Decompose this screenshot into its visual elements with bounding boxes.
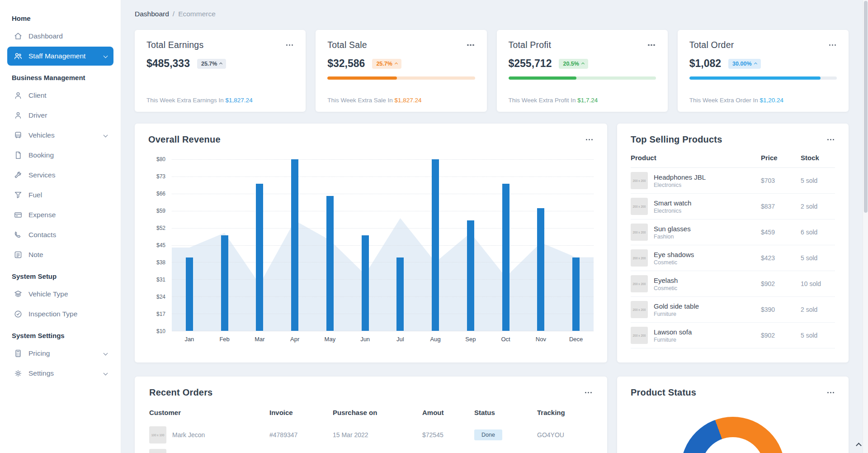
stat-footer-text: This Week Extra Order In — [689, 97, 760, 104]
chevron-down-icon — [104, 371, 108, 375]
product-row-smart-watch[interactable]: 200 x 200Smart watchElectronics$8372 sol… — [631, 194, 835, 219]
card-menu-icon[interactable] — [285, 42, 294, 49]
product-row-lawson-sofa[interactable]: 200 x 200Lawson sofaFurniture$9025 sold — [631, 323, 835, 348]
product-cell: 200 x 200Eye shadowsCosmetic — [631, 249, 761, 267]
order-row-1[interactable]: 100 x 100Mark Jecon#478934715 Mar 2022$7… — [149, 424, 593, 446]
product-status-donut-chart[interactable] — [681, 417, 785, 453]
settings-icon — [14, 369, 23, 378]
revenue-bar-feb[interactable] — [221, 235, 228, 331]
sidebar-item-label: Note — [28, 251, 43, 259]
card-menu-icon[interactable] — [647, 42, 656, 49]
x-axis-label: Aug — [418, 336, 453, 343]
order-amount: $72545 — [422, 431, 474, 439]
card-menu-icon[interactable] — [828, 42, 837, 49]
customer-cell — [149, 449, 269, 453]
product-cell: 200 x 200EyelashCosmetic — [631, 275, 761, 292]
stat-card-total-sale: Total Sale$32,58625.7%This Week Extra Sa… — [316, 30, 486, 112]
product-price: $459 — [761, 229, 801, 236]
sidebar-item-booking[interactable]: Booking — [7, 146, 113, 165]
product-row-eyelash[interactable]: 200 x 200EyelashCosmetic$90210 sold — [631, 271, 835, 297]
product-row-headphones-jbl[interactable]: 200 x 200Headphones JBLElectronics$7035 … — [631, 168, 835, 194]
sidebar-item-note[interactable]: Note — [7, 245, 113, 264]
product-category: Fashion — [654, 234, 691, 240]
scrollbar-thumb[interactable] — [864, 1, 868, 213]
sidebar-section-header: System Settings — [0, 324, 121, 343]
sidebar-item-vehicle-type[interactable]: Vehicle Type — [7, 285, 113, 304]
revenue-bar-jul[interactable] — [396, 257, 404, 331]
x-axis-label: Mar — [242, 336, 278, 343]
revenue-bar-apr[interactable] — [291, 159, 298, 331]
sidebar-item-pricing[interactable]: Pricing — [7, 344, 113, 363]
revenue-bar-may[interactable] — [326, 196, 334, 331]
col-stock: Stock — [801, 154, 835, 162]
x-axis-label: Nov — [524, 336, 559, 343]
scrollbar[interactable] — [863, 0, 868, 453]
services-icon — [14, 171, 23, 180]
product-category: Electronics — [654, 182, 706, 188]
product-cell: 200 x 200Sun glassesFashion — [631, 224, 761, 241]
client-icon — [14, 91, 23, 100]
product-row-sun-glasses[interactable]: 200 x 200Sun glassesFashion$4596 sold — [631, 219, 835, 245]
product-thumbnail: 200 x 200 — [631, 249, 648, 267]
sidebar-item-label: Inspection Type — [28, 310, 77, 318]
order-status: Done — [474, 429, 537, 440]
stat-card-title: Total Earnings — [146, 40, 203, 50]
revenue-bar-sep[interactable] — [467, 220, 474, 331]
stat-trend-badge: 20.5% — [559, 59, 588, 69]
sidebar-section-header: System Setup — [0, 265, 121, 284]
card-menu-icon[interactable] — [466, 42, 475, 49]
stat-value: $1,082 — [689, 57, 721, 70]
breadcrumb-dashboard[interactable]: Dashboard — [135, 10, 169, 18]
scroll-to-top-button[interactable] — [857, 441, 861, 449]
product-stock: 5 sold — [801, 177, 835, 184]
product-row-gold-side-table[interactable]: 200 x 200Gold side tableFurniture$3902 s… — [631, 297, 835, 323]
product-row-eye-shadows[interactable]: 200 x 200Eye shadowsCosmetic$4235 sold — [631, 245, 835, 271]
order-row-2[interactable] — [149, 446, 593, 453]
sidebar-item-inspection-type[interactable]: Inspection Type — [7, 305, 113, 324]
sidebar-item-settings[interactable]: Settings — [7, 364, 113, 383]
stat-footer-amount: $1,827.24 — [395, 97, 422, 104]
revenue-bar-jun[interactable] — [362, 235, 369, 331]
sidebar-item-services[interactable]: Services — [7, 166, 113, 185]
sidebar-item-driver[interactable]: Driver — [7, 106, 113, 125]
revenue-bar-dece[interactable] — [572, 257, 580, 331]
y-axis-label: $10 — [156, 328, 165, 334]
sidebar-item-client[interactable]: Client — [7, 86, 113, 105]
product-category: Cosmetic — [654, 285, 678, 291]
order-invoice: #4789347 — [269, 431, 333, 439]
card-menu-icon[interactable] — [585, 136, 594, 143]
stat-card-total-order: Total Order$1,08230.00%This Week Extra O… — [678, 30, 849, 112]
revenue-bar-mar[interactable] — [256, 184, 263, 331]
y-axis-label: $45 — [156, 242, 165, 248]
products-table-header: Product Price Stock — [631, 145, 835, 168]
sidebar-item-label: Vehicles — [28, 131, 55, 139]
revenue-bar-oct[interactable] — [502, 184, 509, 331]
gridline — [172, 279, 594, 280]
customer-avatar — [149, 449, 166, 453]
contacts-icon — [14, 230, 23, 239]
y-axis-label: $52 — [156, 225, 165, 231]
card-menu-icon[interactable] — [826, 389, 835, 396]
sidebar-item-contacts[interactable]: Contacts — [7, 225, 113, 244]
sidebar-item-vehicles[interactable]: Vehicles — [7, 126, 113, 145]
revenue-bar-jan[interactable] — [186, 257, 193, 331]
progress-bar — [689, 76, 837, 80]
revenue-bar-aug[interactable] — [432, 159, 439, 331]
chevron-up-icon — [395, 62, 398, 66]
product-stock: 6 sold — [801, 229, 835, 236]
sidebar-item-fuel[interactable]: Fuel — [7, 186, 113, 205]
product-status-title: Product Status — [631, 387, 696, 398]
card-menu-icon[interactable] — [826, 136, 835, 143]
top-selling-title: Top Selling Products — [631, 134, 722, 145]
sidebar-item-expense[interactable]: Expense — [7, 205, 113, 224]
product-price: $902 — [761, 280, 801, 287]
x-axis-label: Feb — [207, 336, 242, 343]
card-menu-icon[interactable] — [584, 389, 593, 396]
revenue-bar-nov[interactable] — [537, 208, 544, 331]
sidebar-item-staff-management[interactable]: Staff Management — [7, 47, 113, 66]
x-axis-label: Jun — [348, 336, 383, 343]
y-axis-label: $66 — [156, 191, 165, 197]
gridline — [172, 211, 594, 211]
y-axis-label: $17 — [156, 311, 165, 317]
sidebar-item-dashboard[interactable]: Dashboard — [7, 27, 113, 46]
